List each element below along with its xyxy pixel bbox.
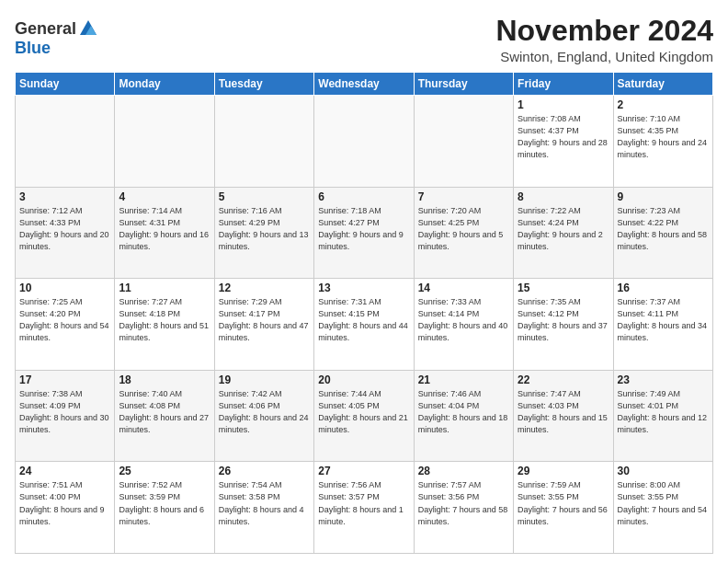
day-number: 15 (518, 282, 609, 294)
day-number: 5 (219, 190, 310, 203)
day-number: 10 (19, 282, 110, 294)
day-number: 17 (19, 373, 110, 386)
day-number: 26 (219, 465, 310, 477)
table-row (115, 96, 214, 188)
day-number: 12 (219, 282, 310, 294)
day-number: 16 (618, 282, 709, 294)
table-row (314, 96, 414, 188)
table-row: 2Sunrise: 7:10 AM Sunset: 4:35 PM Daylig… (613, 96, 712, 188)
day-info: Sunrise: 7:42 AM Sunset: 4:06 PM Dayligh… (219, 388, 310, 436)
page: General Blue November 2024 Swinton, Engl… (0, 0, 728, 563)
table-row (414, 96, 513, 188)
day-info: Sunrise: 7:14 AM Sunset: 4:31 PM Dayligh… (119, 205, 210, 253)
day-number: 21 (418, 373, 509, 386)
table-row: 28Sunrise: 7:57 AM Sunset: 3:56 PM Dayli… (414, 462, 513, 554)
day-info: Sunrise: 7:57 AM Sunset: 3:56 PM Dayligh… (418, 479, 509, 527)
calendar-week-0: 1Sunrise: 7:08 AM Sunset: 4:37 PM Daylig… (16, 96, 713, 188)
day-number: 25 (119, 465, 210, 477)
day-number: 14 (418, 282, 509, 294)
day-number: 1 (518, 98, 609, 111)
table-row: 18Sunrise: 7:40 AM Sunset: 4:08 PM Dayli… (115, 370, 214, 462)
day-number: 13 (318, 282, 409, 294)
day-info: Sunrise: 7:29 AM Sunset: 4:17 PM Dayligh… (219, 296, 310, 344)
header-thursday: Thursday (414, 73, 513, 96)
day-number: 6 (318, 190, 409, 203)
table-row: 13Sunrise: 7:31 AM Sunset: 4:15 PM Dayli… (314, 279, 414, 371)
logo: General Blue (15, 18, 98, 58)
day-number: 7 (418, 190, 509, 203)
header-friday: Friday (514, 73, 613, 96)
logo-icon (78, 18, 98, 39)
day-number: 18 (119, 373, 210, 386)
table-row: 9Sunrise: 7:23 AM Sunset: 4:22 PM Daylig… (613, 187, 712, 279)
day-info: Sunrise: 7:49 AM Sunset: 4:01 PM Dayligh… (618, 388, 709, 436)
day-info: Sunrise: 7:51 AM Sunset: 4:00 PM Dayligh… (19, 479, 110, 527)
table-row: 4Sunrise: 7:14 AM Sunset: 4:31 PM Daylig… (115, 187, 214, 279)
day-number: 20 (318, 373, 409, 386)
day-info: Sunrise: 7:40 AM Sunset: 4:08 PM Dayligh… (119, 388, 210, 436)
day-info: Sunrise: 7:35 AM Sunset: 4:12 PM Dayligh… (518, 296, 609, 344)
table-row: 22Sunrise: 7:47 AM Sunset: 4:03 PM Dayli… (514, 370, 613, 462)
day-info: Sunrise: 7:47 AM Sunset: 4:03 PM Dayligh… (518, 388, 609, 436)
day-info: Sunrise: 8:00 AM Sunset: 3:55 PM Dayligh… (618, 479, 709, 527)
header-sunday: Sunday (16, 73, 115, 96)
day-number: 2 (618, 98, 709, 111)
table-row: 19Sunrise: 7:42 AM Sunset: 4:06 PM Dayli… (214, 370, 313, 462)
table-row: 10Sunrise: 7:25 AM Sunset: 4:20 PM Dayli… (16, 279, 115, 371)
table-row: 23Sunrise: 7:49 AM Sunset: 4:01 PM Dayli… (613, 370, 712, 462)
day-number: 19 (219, 373, 310, 386)
day-number: 29 (518, 465, 609, 477)
table-row: 20Sunrise: 7:44 AM Sunset: 4:05 PM Dayli… (314, 370, 414, 462)
logo-blue-text: Blue (15, 39, 51, 57)
day-info: Sunrise: 7:37 AM Sunset: 4:11 PM Dayligh… (618, 296, 709, 344)
title-block: November 2024 Swinton, England, United K… (495, 15, 713, 64)
table-row: 1Sunrise: 7:08 AM Sunset: 4:37 PM Daylig… (514, 96, 613, 188)
table-row: 24Sunrise: 7:51 AM Sunset: 4:00 PM Dayli… (16, 462, 115, 554)
day-info: Sunrise: 7:52 AM Sunset: 3:59 PM Dayligh… (119, 479, 210, 527)
day-info: Sunrise: 7:27 AM Sunset: 4:18 PM Dayligh… (119, 296, 210, 344)
day-number: 11 (119, 282, 210, 294)
day-number: 30 (618, 465, 709, 477)
day-info: Sunrise: 7:25 AM Sunset: 4:20 PM Dayligh… (19, 296, 110, 344)
table-row: 21Sunrise: 7:46 AM Sunset: 4:04 PM Dayli… (414, 370, 513, 462)
table-row: 11Sunrise: 7:27 AM Sunset: 4:18 PM Dayli… (115, 279, 214, 371)
table-row: 3Sunrise: 7:12 AM Sunset: 4:33 PM Daylig… (16, 187, 115, 279)
day-info: Sunrise: 7:16 AM Sunset: 4:29 PM Dayligh… (219, 205, 310, 253)
table-row: 7Sunrise: 7:20 AM Sunset: 4:25 PM Daylig… (414, 187, 513, 279)
table-row (214, 96, 313, 188)
day-info: Sunrise: 7:23 AM Sunset: 4:22 PM Dayligh… (618, 205, 709, 253)
day-info: Sunrise: 7:56 AM Sunset: 3:57 PM Dayligh… (318, 479, 409, 527)
day-info: Sunrise: 7:08 AM Sunset: 4:37 PM Dayligh… (518, 113, 609, 161)
day-number: 23 (618, 373, 709, 386)
day-info: Sunrise: 7:38 AM Sunset: 4:09 PM Dayligh… (19, 388, 110, 436)
day-info: Sunrise: 7:59 AM Sunset: 3:55 PM Dayligh… (518, 479, 609, 527)
day-info: Sunrise: 7:12 AM Sunset: 4:33 PM Dayligh… (19, 205, 110, 253)
table-row: 25Sunrise: 7:52 AM Sunset: 3:59 PM Dayli… (115, 462, 214, 554)
table-row: 6Sunrise: 7:18 AM Sunset: 4:27 PM Daylig… (314, 187, 414, 279)
day-info: Sunrise: 7:46 AM Sunset: 4:04 PM Dayligh… (418, 388, 509, 436)
calendar: Sunday Monday Tuesday Wednesday Thursday… (15, 72, 713, 554)
day-number: 24 (19, 465, 110, 477)
day-info: Sunrise: 7:22 AM Sunset: 4:24 PM Dayligh… (518, 205, 609, 253)
calendar-week-2: 10Sunrise: 7:25 AM Sunset: 4:20 PM Dayli… (16, 279, 713, 371)
day-number: 3 (19, 190, 110, 203)
table-row: 26Sunrise: 7:54 AM Sunset: 3:58 PM Dayli… (214, 462, 313, 554)
day-number: 9 (618, 190, 709, 203)
table-row: 15Sunrise: 7:35 AM Sunset: 4:12 PM Dayli… (514, 279, 613, 371)
header-monday: Monday (115, 73, 214, 96)
table-row: 17Sunrise: 7:38 AM Sunset: 4:09 PM Dayli… (16, 370, 115, 462)
table-row: 14Sunrise: 7:33 AM Sunset: 4:14 PM Dayli… (414, 279, 513, 371)
table-row: 8Sunrise: 7:22 AM Sunset: 4:24 PM Daylig… (514, 187, 613, 279)
table-row: 16Sunrise: 7:37 AM Sunset: 4:11 PM Dayli… (613, 279, 712, 371)
calendar-week-1: 3Sunrise: 7:12 AM Sunset: 4:33 PM Daylig… (16, 187, 713, 279)
header: General Blue November 2024 Swinton, Engl… (15, 15, 713, 64)
day-info: Sunrise: 7:31 AM Sunset: 4:15 PM Dayligh… (318, 296, 409, 344)
logo-general-text: General (15, 19, 76, 39)
day-info: Sunrise: 7:44 AM Sunset: 4:05 PM Dayligh… (318, 388, 409, 436)
calendar-week-4: 24Sunrise: 7:51 AM Sunset: 4:00 PM Dayli… (16, 462, 713, 554)
day-info: Sunrise: 7:33 AM Sunset: 4:14 PM Dayligh… (418, 296, 509, 344)
day-number: 8 (518, 190, 609, 203)
table-row: 27Sunrise: 7:56 AM Sunset: 3:57 PM Dayli… (314, 462, 414, 554)
day-number: 4 (119, 190, 210, 203)
table-row (16, 96, 115, 188)
